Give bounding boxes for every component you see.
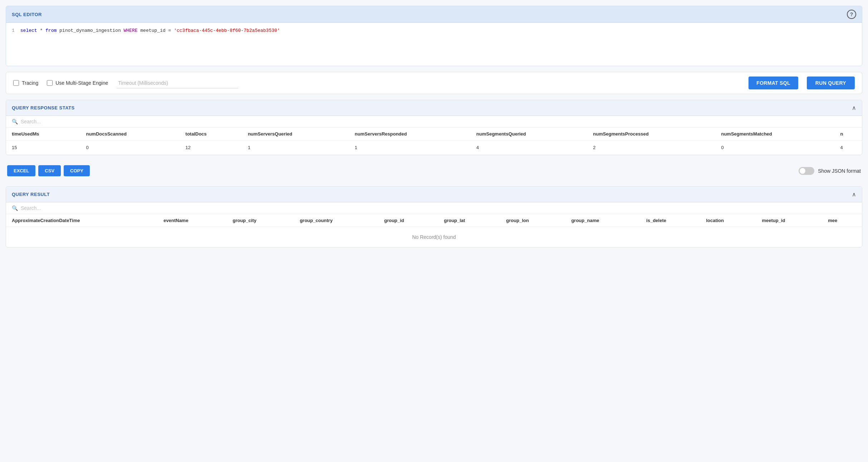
multi-stage-checkbox-group: Use Multi-Stage Engine bbox=[47, 80, 108, 86]
col-ApproximateCreationDateTime: ApproximateCreationDateTime bbox=[6, 214, 158, 227]
result-header-row: ApproximateCreationDateTime eventName gr… bbox=[6, 214, 862, 227]
sql-editor-title: SQL EDITOR bbox=[12, 12, 42, 17]
help-button[interactable]: ? bbox=[847, 10, 856, 19]
result-section-header: QUERY RESULT ∧ bbox=[6, 187, 862, 202]
col-group_country: group_country bbox=[294, 214, 379, 227]
stats-cell-numSegmentsProcessed: 2 bbox=[587, 141, 716, 155]
col-is_delete: is_delete bbox=[640, 214, 700, 227]
sql-string-value: 'cc3fbaca-445c-4ebb-8f60-7b2a5eab3530' bbox=[174, 28, 280, 33]
stats-table: timeUsedMs numDocsScanned totalDocs numS… bbox=[6, 128, 862, 155]
col-numSegmentsQueried: numSegmentsQueried bbox=[470, 128, 587, 141]
sql-select-keyword: select bbox=[20, 28, 37, 33]
query-result-section: QUERY RESULT ∧ 🔍 ApproximateCreationDate… bbox=[6, 186, 862, 247]
stats-cell-n: 4 bbox=[835, 141, 862, 155]
col-mee: mee bbox=[822, 214, 862, 227]
stats-cell-numServersQueried: 1 bbox=[242, 141, 349, 155]
json-toggle-label: Show JSON format bbox=[818, 168, 861, 174]
stats-header-row: timeUsedMs numDocsScanned totalDocs numS… bbox=[6, 128, 862, 141]
stats-search-icon: 🔍 bbox=[12, 119, 18, 124]
json-format-toggle[interactable] bbox=[799, 167, 814, 175]
col-group_name: group_name bbox=[566, 214, 641, 227]
col-numDocsScanned: numDocsScanned bbox=[80, 128, 180, 141]
stats-search-input[interactable] bbox=[21, 119, 856, 124]
sql-editor-body[interactable]: 1select * from pinot_dynamo_ingestion WH… bbox=[6, 23, 862, 66]
toggle-slider bbox=[799, 167, 814, 175]
col-numServersResponded: numServersResponded bbox=[349, 128, 470, 141]
stats-section-header: QUERY RESPONSE STATS ∧ bbox=[6, 100, 862, 116]
col-group_lon: group_lon bbox=[501, 214, 566, 227]
multi-stage-label[interactable]: Use Multi-Stage Engine bbox=[55, 80, 108, 86]
no-records-row: No Record(s) found bbox=[6, 227, 862, 247]
col-meetup_id: meetup_id bbox=[756, 214, 822, 227]
col-group_id: group_id bbox=[379, 214, 438, 227]
no-records-text: No Record(s) found bbox=[6, 227, 862, 247]
result-search-input[interactable] bbox=[21, 205, 856, 211]
sql-editor-header: SQL EDITOR ? bbox=[6, 6, 862, 23]
multi-stage-checkbox[interactable] bbox=[47, 80, 53, 86]
result-search-bar: 🔍 bbox=[6, 202, 862, 214]
col-n: n bbox=[835, 128, 862, 141]
run-query-button[interactable]: RUN QUERY bbox=[807, 77, 855, 89]
query-toolbar: Tracing Use Multi-Stage Engine FORMAT SQ… bbox=[6, 72, 862, 94]
col-numSegmentsMatched: numSegmentsMatched bbox=[715, 128, 834, 141]
timeout-input[interactable] bbox=[117, 78, 238, 88]
query-response-stats-section: QUERY RESPONSE STATS ∧ 🔍 timeUsedMs numD… bbox=[6, 100, 862, 155]
sql-table-name: pinot_dynamo_ingestion bbox=[57, 28, 123, 33]
result-search-icon: 🔍 bbox=[12, 205, 18, 211]
stats-collapse-icon[interactable]: ∧ bbox=[852, 104, 856, 111]
format-sql-button[interactable]: FORMAT SQL bbox=[748, 77, 798, 89]
col-eventName: eventName bbox=[158, 214, 227, 227]
stats-cell-timeUsedMs: 15 bbox=[6, 141, 80, 155]
sql-from-keyword: from bbox=[45, 28, 57, 33]
tracing-checkbox-group: Tracing bbox=[13, 80, 38, 86]
sql-editor-section: SQL EDITOR ? 1select * from pinot_dynamo… bbox=[6, 6, 862, 66]
col-location: location bbox=[700, 214, 756, 227]
sql-condition: meetup_id = bbox=[138, 28, 174, 33]
stats-cell-totalDocs: 12 bbox=[180, 141, 242, 155]
tracing-label[interactable]: Tracing bbox=[22, 80, 38, 86]
result-section-title: QUERY RESULT bbox=[12, 192, 50, 197]
csv-button[interactable]: CSV bbox=[38, 165, 61, 176]
sql-where-keyword: WHERE bbox=[123, 28, 137, 33]
line-number: 1 bbox=[12, 28, 15, 33]
stats-data-row: 15012114204 bbox=[6, 141, 862, 155]
sql-select-star: * bbox=[37, 28, 45, 33]
stats-cell-numDocsScanned: 0 bbox=[80, 141, 180, 155]
copy-button[interactable]: COPY bbox=[64, 165, 90, 176]
json-toggle-group: Show JSON format bbox=[799, 167, 861, 175]
stats-section-title: QUERY RESPONSE STATS bbox=[12, 105, 75, 110]
result-table: ApproximateCreationDateTime eventName gr… bbox=[6, 214, 862, 247]
col-timeUsedMs: timeUsedMs bbox=[6, 128, 80, 141]
result-collapse-icon[interactable]: ∧ bbox=[852, 191, 856, 198]
export-toolbar: EXCEL CSV COPY Show JSON format bbox=[6, 161, 862, 181]
excel-button[interactable]: EXCEL bbox=[7, 165, 35, 176]
tracing-checkbox[interactable] bbox=[13, 80, 19, 86]
stats-cell-numSegmentsQueried: 4 bbox=[470, 141, 587, 155]
col-group_lat: group_lat bbox=[438, 214, 501, 227]
col-numServersQueried: numServersQueried bbox=[242, 128, 349, 141]
stats-search-bar: 🔍 bbox=[6, 116, 862, 128]
col-totalDocs: totalDocs bbox=[180, 128, 242, 141]
col-numSegmentsProcessed: numSegmentsProcessed bbox=[587, 128, 716, 141]
stats-cell-numServersResponded: 1 bbox=[349, 141, 470, 155]
col-group_city: group_city bbox=[227, 214, 294, 227]
stats-cell-numSegmentsMatched: 0 bbox=[715, 141, 834, 155]
